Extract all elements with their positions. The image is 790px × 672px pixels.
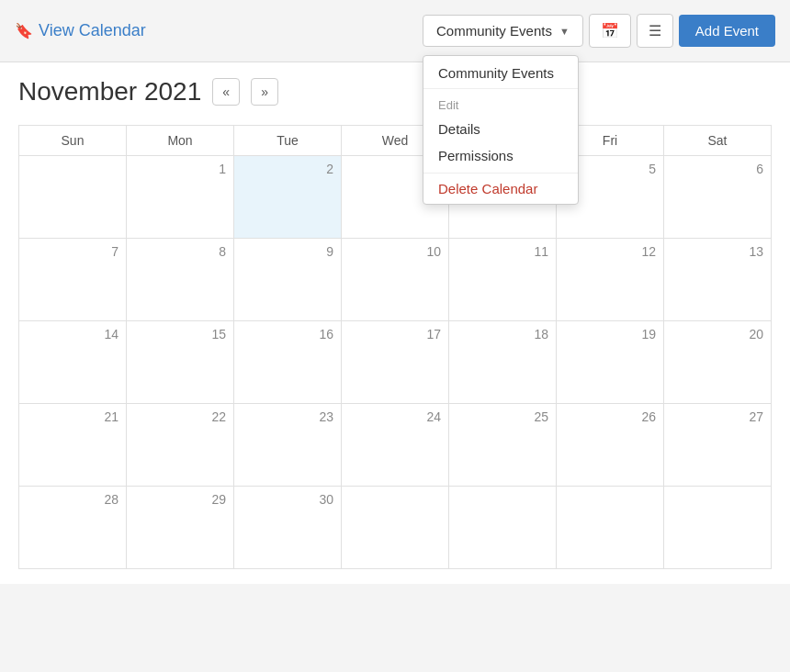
calendar-day-cell[interactable] [342,487,449,569]
prev-month-button[interactable]: « [212,78,240,106]
calendar-day-cell[interactable] [664,487,772,569]
bookmark-icon: 🔖 [15,22,33,39]
dropdown-caret-icon: ▼ [559,26,570,37]
day-number: 21 [27,409,118,424]
calendar-day-cell[interactable]: 1 [127,156,234,239]
calendar-week-row: 282930 [19,487,772,569]
day-number: 1 [134,162,226,176]
day-number: 29 [134,492,226,507]
calendar-day-cell[interactable]: 29 [127,487,234,569]
day-number: 24 [349,409,441,424]
calendar-day-cell[interactable]: 26 [557,404,664,487]
calendar-day-cell[interactable]: 14 [19,321,127,404]
calendar-day-cell[interactable]: 30 [234,487,342,569]
calendar-week-row: 14151617181920 [19,321,772,404]
view-calendar-label: View Calendar [39,21,146,40]
dropdown-section-title: Community Events [423,56,578,89]
calendar-header: November 2021 « » [18,77,772,106]
day-number: 23 [242,409,333,424]
calendar-day-cell[interactable]: 27 [664,404,772,487]
list-view-button[interactable]: ☰ [637,14,673,48]
day-number: 27 [672,409,763,424]
day-number: 19 [564,327,656,342]
calendar-day-cell[interactable] [19,156,127,239]
day-number: 2 [242,162,333,176]
calendar-dropdown-label: Community Events [436,23,552,39]
calendar-dropdown-button[interactable]: Community Events ▼ [423,15,583,47]
day-number: 15 [134,327,226,342]
calendar-day-cell[interactable]: 17 [342,321,449,404]
dropdown-item-permissions[interactable]: Permissions [423,142,578,169]
day-number: 10 [349,244,441,259]
day-header: Mon [127,126,234,156]
calendar-day-cell[interactable]: 8 [127,239,234,321]
day-header: Tue [234,126,342,156]
day-number: 11 [457,244,548,259]
day-number: 12 [564,244,656,259]
calendar-day-cell[interactable]: 15 [127,321,234,404]
calendar-day-cell[interactable]: 28 [19,487,127,569]
day-headers-row: SunMonTueWedThuFriSat [19,126,772,156]
dropdown-item-delete[interactable]: Delete Calendar [423,173,578,204]
day-number: 6 [672,162,763,176]
dropdown-item-details[interactable]: Details [423,116,578,142]
day-number: 9 [242,244,333,259]
calendar-day-cell[interactable]: 10 [342,239,449,321]
calendar-day-cell[interactable]: 6 [664,156,772,239]
top-bar-right: Community Events ▼ Community Events Edit… [423,14,775,48]
day-number: 17 [349,327,441,342]
day-number: 26 [564,409,656,424]
calendar-day-cell[interactable]: 2 [234,156,342,239]
calendar-day-cell[interactable]: 9 [234,239,342,321]
calendar-view-button[interactable]: 📅 [589,14,631,48]
calendar-icon: 📅 [601,22,619,39]
calendar-day-cell[interactable]: 21 [19,404,127,487]
calendar-day-cell[interactable] [557,487,664,569]
day-number: 28 [27,492,118,507]
calendar-day-cell[interactable]: 18 [449,321,557,404]
day-number: 8 [134,244,226,259]
calendar-week-row: 78910111213 [19,239,772,321]
day-number: 20 [672,327,763,342]
calendar-day-cell[interactable]: 7 [19,239,127,321]
calendar-week-row: 123456 [19,156,772,239]
dropdown-menu: Community Events Edit Details Permission… [423,55,579,205]
calendar-week-row: 21222324252627 [19,404,772,487]
day-number: 14 [27,327,118,342]
calendar-body: 1234567891011121314151617181920212223242… [19,156,772,569]
calendar-day-cell[interactable]: 23 [234,404,342,487]
view-calendar-link[interactable]: 🔖 View Calendar [15,21,423,40]
calendar-grid: SunMonTueWedThuFriSat 123456789101112131… [18,125,772,569]
day-number: 13 [672,244,763,259]
add-event-button[interactable]: Add Event [679,15,775,47]
day-header: Sun [19,126,127,156]
calendar-day-cell[interactable]: 24 [342,404,449,487]
calendar-day-cell[interactable]: 11 [449,239,557,321]
calendar-day-cell[interactable]: 22 [127,404,234,487]
calendar-day-cell[interactable]: 19 [557,321,664,404]
day-number: 30 [242,492,333,507]
day-number: 25 [457,409,548,424]
day-number: 7 [27,244,118,259]
day-number: 16 [242,327,333,342]
next-month-button[interactable]: » [251,78,278,106]
day-number: 18 [457,327,548,342]
day-header: Sat [664,126,772,156]
calendar-day-cell[interactable]: 12 [557,239,664,321]
calendar-day-cell[interactable]: 25 [449,404,557,487]
dropdown-group-label: Edit [423,89,578,116]
calendar-day-cell[interactable] [449,487,557,569]
calendar-day-cell[interactable]: 13 [664,239,772,321]
calendar-day-cell[interactable]: 16 [234,321,342,404]
top-bar: 🔖 View Calendar Community Events ▼ Commu… [0,0,790,62]
list-icon: ☰ [649,22,661,39]
calendar-area: November 2021 « » SunMonTueWedThuFriSat … [0,62,790,584]
calendar-title: November 2021 [18,77,201,106]
day-number: 22 [134,409,226,424]
calendar-day-cell[interactable]: 20 [664,321,772,404]
